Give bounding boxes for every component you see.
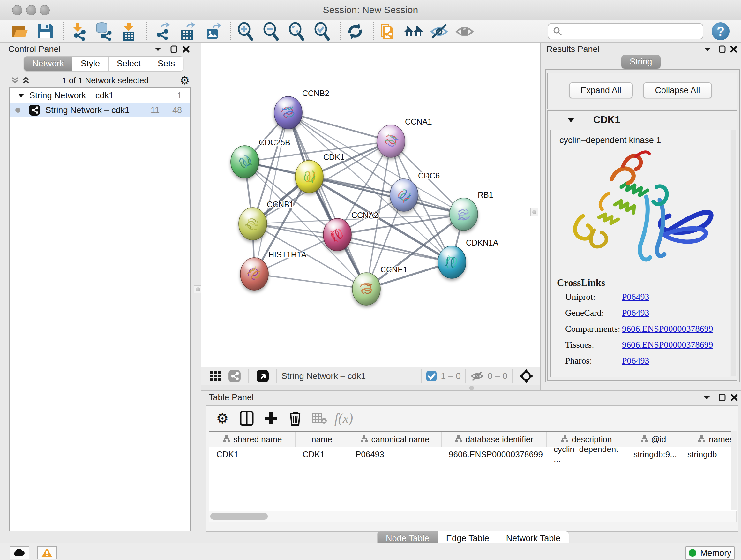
show-all-eye-icon[interactable] [455,21,475,41]
protein-collapse-icon[interactable] [567,118,575,123]
table-panel-menu-icon[interactable] [701,392,712,403]
export-table-icon[interactable] [178,21,197,41]
table-gear-icon[interactable]: ⚙ [213,409,232,428]
results-panel-menu-icon[interactable] [702,44,713,55]
node-CCNB1[interactable] [239,207,267,240]
node-label-CDK1: CDK1 [323,152,345,162]
selected-checkbox-icon[interactable] [426,371,437,381]
import-table-icon[interactable] [119,21,139,41]
column-header-name[interactable]: name [295,432,348,447]
node-label-HIST1H1A: HIST1H1A [268,250,307,259]
crosslink-link[interactable]: P06493 [622,308,650,318]
node-RB1[interactable] [450,198,478,231]
search-input[interactable] [562,26,697,37]
delete-column-icon[interactable] [286,409,305,428]
column-label: name [312,435,332,444]
two-houses-icon[interactable] [404,21,423,41]
network-row[interactable]: String Network – cdk1 11 48 [10,103,190,118]
expand-all-icon[interactable] [20,75,31,86]
tab-style[interactable]: Style [72,57,109,71]
scrollbar-thumb[interactable] [210,513,268,520]
shared-column-icon [223,435,230,444]
node-CCNB2[interactable] [274,97,302,129]
table-row[interactable]: CDK1CDK1P064939606.ENSP00000378699cyclin… [209,447,737,461]
zoom-in-icon[interactable] [236,21,256,41]
import-network-file-icon[interactable] [68,21,88,41]
table-cell: P06493 [348,447,442,461]
bottom-splitter-strip[interactable] [201,385,540,391]
open-session-icon[interactable] [10,21,29,41]
control-panel-menu-icon[interactable] [152,44,163,55]
duplicate-network-icon[interactable] [378,21,398,41]
zoom-out-icon[interactable] [261,21,281,41]
hide-selected-eye-slash-icon[interactable] [429,21,449,41]
import-network-database-icon[interactable] [93,21,113,41]
birdseye-crosshair-icon[interactable] [517,367,536,385]
network-options-gear-icon[interactable]: ⚙ [179,75,190,86]
table-panel: Table Panel ⚙ f(x) shared namenamecanoni… [201,390,741,543]
column-header-namespace[interactable]: namespace [680,432,737,447]
node-CCNA2[interactable] [323,219,351,251]
show-columns-icon[interactable] [238,409,256,428]
delete-table-icon[interactable] [310,409,329,428]
expand-all-button[interactable]: Expand All [569,82,633,98]
results-panel-float-icon[interactable] [717,44,728,55]
help-button[interactable]: ? [712,22,730,40]
warnings-button[interactable] [37,546,57,559]
export-image-icon[interactable] [203,21,223,41]
network-canvas[interactable]: CCNB2CCNA1CDC25BCDK1CDC6RB1CCNB1CCNA2CDK… [201,43,541,367]
results-panel-close-icon[interactable] [728,44,739,55]
edge-HIST1H1A-CCNE1[interactable] [254,274,366,289]
export-network-icon[interactable] [152,21,172,41]
function-builder-icon[interactable]: f(x) [334,409,353,428]
collapse-all-button[interactable]: Collapse All [643,82,712,98]
zoom-selected-icon[interactable] [313,21,332,41]
results-scrollbar[interactable] [731,130,736,376]
add-column-icon[interactable] [262,409,280,428]
splitter-dot[interactable] [469,386,474,390]
crosslink-link[interactable]: 9606.ENSP00000378699 [622,340,713,350]
node-CCNA1[interactable] [377,125,405,158]
edge-CCNB2-CCNE1[interactable] [288,113,366,289]
tab-string[interactable]: String [621,55,661,69]
node-CCNE1[interactable] [352,273,381,305]
left-dock-splitter-handle[interactable] [194,286,202,293]
network-share-view-icon[interactable] [225,367,244,385]
node-CDK1[interactable] [295,160,323,193]
refresh-icon[interactable] [345,21,365,41]
network-collection-row[interactable]: String Network – cdk1 1 [10,88,190,103]
table-vertical-scrollbar[interactable] [731,431,737,510]
table-horizontal-scrollbar[interactable] [209,511,737,522]
crosslink-link[interactable]: P06493 [622,356,650,366]
tab-network[interactable]: Network [24,57,72,71]
control-panel-float-icon[interactable] [169,44,179,55]
memory-button[interactable]: Memory [685,546,735,560]
hidden-eye-slash-icon[interactable] [470,370,484,382]
collection-expand-icon[interactable] [18,93,24,98]
save-session-icon[interactable] [35,21,55,41]
crosslink-link[interactable]: 9606.ENSP00000378699 [622,324,713,334]
protein-section-header[interactable]: CDK1 [548,111,737,129]
tab-select[interactable]: Select [109,57,149,71]
node-CDC25B[interactable] [231,145,259,178]
node-CDKN1A[interactable] [438,246,466,278]
viewbar-separator [512,369,513,383]
crosslink-link[interactable]: P06493 [622,292,650,302]
cloud-button[interactable] [10,546,29,559]
column-header-shared-name[interactable]: shared name [209,432,295,447]
node-label-CCNE1: CCNE1 [381,265,408,274]
right-dock-splitter-handle[interactable] [530,208,538,216]
tab-sets[interactable]: Sets [149,57,183,71]
column-header-@id[interactable]: @id [626,432,680,447]
grid-view-icon[interactable] [206,367,225,385]
table-panel-float-icon[interactable] [717,392,728,403]
control-panel-close-icon[interactable] [181,44,192,55]
collapse-all-icon[interactable] [10,75,20,86]
detach-view-icon[interactable] [253,367,272,385]
zoom-fit-icon[interactable] [287,21,307,41]
node-CDC6[interactable] [390,179,418,211]
node-HIST1H1A[interactable] [240,258,268,290]
column-header-database-identifier[interactable]: database identifier [442,432,547,447]
table-panel-close-icon[interactable] [729,392,740,403]
column-header-canonical-name[interactable]: canonical name [348,432,442,447]
